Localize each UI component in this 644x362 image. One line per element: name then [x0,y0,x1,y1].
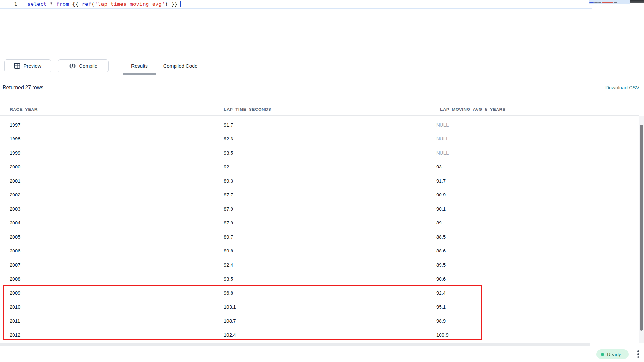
table-cell: 2007 [10,262,224,268]
status-bar: Ready [0,346,644,362]
kebab-dot [637,350,639,352]
minimap-segment [598,2,601,3]
ready-status-label: Ready [607,352,621,357]
code-line-tokens: select * from {{ ref('lap_times_moving_a… [27,1,178,7]
table-row[interactable]: 200996.892.4 [0,286,639,300]
table-cell: 2001 [10,178,224,184]
table-cell: 91.7 [224,122,436,128]
table-cell: 89.3 [224,178,436,184]
code-token: * [50,1,53,7]
download-csv-link[interactable]: Download CSV [605,85,639,90]
table-cell: 91.7 [436,178,639,184]
table-row[interactable]: 2012102.4100.9 [0,328,639,342]
table-cell: NULL [436,136,639,141]
table-cell: 90.9 [436,192,639,197]
table-cell: 1997 [10,122,224,128]
code-line[interactable]: select * from {{ ref('lap_times_moving_a… [27,1,181,7]
table-cell: NULL [436,150,639,156]
table-row[interactable]: 200792.489.5 [0,258,639,272]
table-row[interactable]: 200689.888.6 [0,244,639,258]
status-bar-divider [590,346,590,362]
compile-button-label: Compile [79,63,98,69]
table-cell: NULL [436,122,639,128]
results-toolbar: Preview Compile ResultsCompiled Code [0,55,644,79]
table-cell: 2000 [10,164,224,169]
table-cell: 87.9 [224,206,436,212]
table-grid-icon [14,63,20,69]
tab-results[interactable]: Results [123,55,156,79]
minimap-segment [614,2,617,3]
minimap-segment [594,2,598,3]
code-minimap[interactable] [589,0,630,4]
code-token: from [56,1,69,7]
table-row[interactable]: 200387.990.1 [0,202,639,216]
table-row[interactable]: 200589.788.5 [0,230,639,244]
minimap-segment [602,2,613,3]
table-cell: 96.8 [224,290,436,296]
table-cell: 2008 [10,276,224,281]
table-cell: 2009 [10,290,224,296]
line-number: 1 [10,1,17,7]
column-header-lap-moving-avg-5-years[interactable]: LAP_MOVING_AVG_5_YEARS [436,107,639,112]
table-cell: 2006 [10,248,224,253]
preview-button-label: Preview [24,63,41,69]
code-token: ref [82,1,91,7]
code-token [53,1,56,7]
table-row[interactable]: 200287.790.9 [0,188,639,202]
table-row[interactable]: 20009293 [0,160,639,174]
table-cell: 93.5 [224,150,436,156]
active-tab-underline [123,73,156,75]
ide-screen: 1 select * from {{ ref('lap_times_moving… [0,0,644,362]
returned-rows-text: Returned 27 rows. [3,85,45,90]
table-row[interactable]: 200893.590.6 [0,272,639,286]
table-cell: 98.9 [436,318,639,324]
table-cell: 90.6 [436,276,639,281]
table-row[interactable]: 199791.7NULL [0,118,639,132]
table-cell: 89.7 [224,234,436,240]
code-brackets-icon [69,63,76,69]
table-cell: 2005 [10,234,224,240]
table-row[interactable]: 199892.3NULL [0,132,639,146]
table-row[interactable]: 200487.989 [0,216,639,230]
table-cell: 2004 [10,220,224,225]
editor-scrollbar[interactable] [630,0,644,3]
table-row[interactable]: 2010103.195.1 [0,300,639,314]
code-token: select [27,1,47,7]
results-meta: Returned 27 rows. Download CSV [0,79,644,98]
table-cell: 102.4 [224,332,436,338]
results-scrollbar-thumb[interactable] [640,125,643,331]
column-header-lap-time-seconds[interactable]: LAP_TIME_SECONDS [224,107,436,112]
toolbar-divider [114,55,114,79]
table-cell: 2011 [10,318,224,324]
table-cell: 2002 [10,192,224,197]
minimap-segment [589,2,594,3]
current-line-underline [0,8,592,9]
tab-compiled-code[interactable]: Compiled Code [156,55,205,79]
table-row[interactable]: 2011108.798.9 [0,314,639,328]
sql-editor[interactable]: 1 select * from {{ ref('lap_times_moving… [0,0,644,55]
results-scrollbar-track[interactable] [639,116,644,343]
table-row[interactable]: 199993.5NULL [0,146,639,160]
column-header-race-year[interactable]: RACE_YEAR [10,107,224,112]
code-token [47,1,50,7]
panel-bottom-band [0,343,590,346]
table-cell: 93 [436,164,639,169]
table-cell: 92.3 [224,136,436,141]
tab-label: Results [131,63,148,69]
table-cell: 100.9 [436,332,639,338]
table-cell: 88.6 [436,248,639,253]
kebab-menu-icon[interactable] [634,348,642,360]
code-token: ( [91,1,95,7]
table-cell: 93.5 [224,276,436,281]
table-row[interactable]: 200189.391.7 [0,174,639,188]
table-cell: 89 [436,220,639,225]
compile-button[interactable]: Compile [58,59,109,72]
table-header: RACE_YEAR LAP_TIME_SECONDS LAP_MOVING_AV… [0,103,639,116]
preview-button[interactable]: Preview [4,59,51,72]
table-cell: 89.8 [224,248,436,253]
kebab-dot [637,356,639,358]
table-cell: 92.4 [224,262,436,268]
text-cursor [180,1,181,7]
table-cell: 1999 [10,150,224,156]
table-cell: 1998 [10,136,224,141]
